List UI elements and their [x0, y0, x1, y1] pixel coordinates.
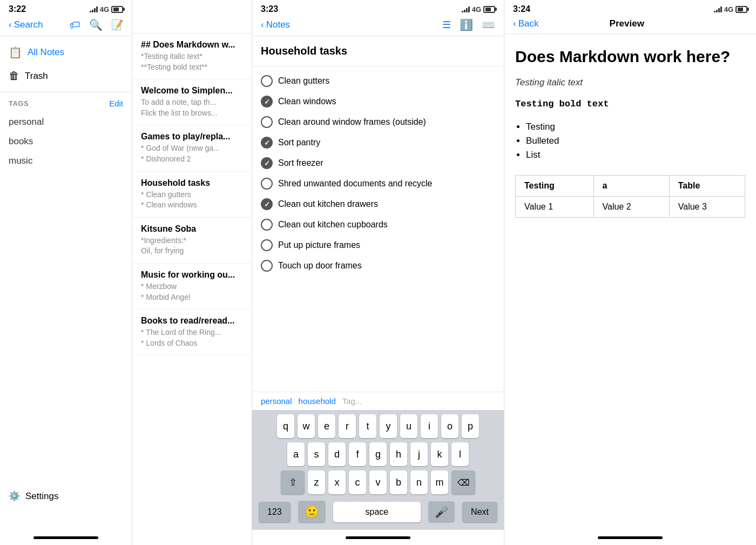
key-123[interactable]: 123 — [259, 502, 291, 522]
key-n[interactable]: n — [410, 470, 428, 494]
checkbox-9[interactable] — [261, 260, 273, 272]
key-u[interactable]: u — [400, 414, 417, 438]
key-v[interactable]: v — [369, 470, 387, 494]
back-chevron-1: ‹ — [9, 19, 12, 30]
table-header-2: a — [593, 176, 669, 197]
key-j[interactable]: j — [410, 442, 428, 466]
info-icon[interactable]: ℹ️ — [460, 18, 473, 31]
checklist-text-1: Clean windows — [278, 97, 336, 106]
key-r[interactable]: r — [339, 414, 356, 438]
checklist-item-5[interactable]: Shred unwanted documents and recycle — [261, 173, 495, 194]
checklist-item-9[interactable]: Touch up door frames — [261, 255, 495, 276]
checkbox-8[interactable] — [261, 239, 273, 251]
checklist-item-2[interactable]: Clean around window frames (outside) — [261, 112, 495, 132]
checklist-item-4[interactable]: Sort freezer — [261, 153, 495, 173]
key-k[interactable]: k — [431, 442, 448, 466]
key-t[interactable]: t — [359, 414, 376, 438]
keyboard-icon[interactable]: ⌨️ — [482, 18, 495, 31]
sidebar-item-all-notes[interactable]: 📋 All Notes — [0, 41, 132, 64]
tag-music[interactable]: music — [9, 151, 123, 171]
key-m[interactable]: m — [431, 470, 448, 494]
checkbox-0[interactable] — [261, 75, 273, 87]
key-g[interactable]: g — [369, 442, 387, 466]
tag-household-chip[interactable]: household — [299, 396, 336, 406]
key-next[interactable]: Next — [462, 502, 497, 522]
key-emoji[interactable]: 🙂 — [298, 501, 326, 523]
back-label-3: Back — [518, 18, 539, 29]
note-title-music: Music for working ou... — [141, 270, 243, 280]
note-item-markdown[interactable]: ## Does Markdown w... *Testing italic te… — [132, 33, 252, 79]
checklist-text-8: Put up picture frames — [278, 240, 360, 250]
checklist-item-6[interactable]: Clean out kitchen drawers — [261, 194, 495, 214]
key-f[interactable]: f — [349, 442, 366, 466]
checkbox-6[interactable] — [261, 198, 273, 210]
checklist-text-6: Clean out kitchen drawers — [278, 199, 378, 209]
bookmark-icon[interactable]: 🏷 — [70, 19, 80, 31]
key-z[interactable]: z — [308, 470, 325, 494]
checkbox-5[interactable] — [261, 178, 273, 190]
checkbox-2[interactable] — [261, 116, 273, 128]
tag-placeholder[interactable]: Tag... — [342, 396, 362, 406]
key-w[interactable]: w — [298, 414, 315, 438]
checkbox-7[interactable] — [261, 219, 273, 231]
trash-icon: 🗑 — [9, 70, 19, 82]
key-space[interactable]: space — [333, 502, 421, 522]
checkbox-4[interactable] — [261, 157, 273, 169]
checklist-item-8[interactable]: Put up picture frames — [261, 235, 495, 255]
key-a[interactable]: a — [287, 442, 305, 466]
note-preview-books: * The Lord of the Ring...* Lords of Chao… — [141, 327, 243, 348]
note-preview-markdown: *Testing italic text***Testing bold text… — [141, 51, 243, 72]
checkbox-3[interactable] — [261, 137, 273, 149]
note-preview-kitsune: *Ingredients:*Oil, for frying — [141, 236, 243, 257]
back-button-1[interactable]: ‹ Search — [9, 19, 43, 30]
key-b[interactable]: b — [390, 470, 407, 494]
key-s[interactable]: s — [308, 442, 325, 466]
status-icons-1: 4G — [90, 5, 123, 14]
note-item-music[interactable]: Music for working ou... * Merzbow* Morbi… — [132, 264, 252, 309]
checklist-item-0[interactable]: Clean gutters — [261, 71, 495, 91]
note-item-kitsune[interactable]: Kitsune Soba *Ingredients:*Oil, for fryi… — [132, 218, 252, 264]
time-3: 3:24 — [513, 4, 530, 14]
key-i[interactable]: i — [421, 414, 438, 438]
key-mic[interactable]: 🎤 — [428, 501, 455, 523]
note-item-games[interactable]: Games to play/repla... * God of War (new… — [132, 125, 252, 171]
status-icons-3: 4G — [714, 5, 747, 14]
key-o[interactable]: o — [441, 414, 458, 438]
note-title-welcome: Welcome to Simplen... — [141, 86, 243, 96]
key-p[interactable]: p — [462, 414, 479, 438]
checklist-item-7[interactable]: Clean out kitchen cupboards — [261, 214, 495, 235]
checklist-icon[interactable]: ☰ — [442, 19, 451, 31]
sidebar-item-trash[interactable]: 🗑 Trash — [0, 64, 132, 88]
trash-label: Trash — [25, 71, 48, 82]
key-y[interactable]: y — [380, 414, 397, 438]
key-q[interactable]: q — [277, 414, 294, 438]
key-x[interactable]: x — [328, 470, 346, 494]
note-content-title: Household tasks — [252, 36, 504, 66]
key-delete[interactable]: ⌫ — [451, 470, 475, 494]
key-shift[interactable]: ⇧ — [281, 470, 305, 494]
tag-personal[interactable]: personal — [9, 112, 123, 132]
keyboard-bottom-row: 123 🙂 space 🎤 Next — [254, 499, 502, 528]
note-item-household[interactable]: Household tasks * Clean gutters* Clean w… — [132, 172, 252, 218]
settings-item[interactable]: ⚙️ Settings — [0, 484, 67, 508]
checkbox-1[interactable] — [261, 96, 273, 107]
key-d[interactable]: d — [328, 442, 346, 466]
checklist-text-5: Shred unwanted documents and recycle — [278, 179, 433, 189]
checklist-item-1[interactable]: Clean windows — [261, 91, 495, 112]
time-1: 3:22 — [9, 4, 26, 14]
checklist-item-3[interactable]: Sort pantry — [261, 132, 495, 153]
search-icon-1[interactable]: 🔍 — [89, 18, 103, 31]
key-h[interactable]: h — [390, 442, 407, 466]
note-item-welcome[interactable]: Welcome to Simplen... To add a note, tap… — [132, 79, 252, 125]
key-e[interactable]: e — [318, 414, 335, 438]
back-button-3[interactable]: ‹ Back — [513, 18, 538, 29]
note-item-books[interactable]: Books to read/reread... * The Lord of th… — [132, 309, 252, 355]
key-l[interactable]: l — [451, 442, 469, 466]
key-c[interactable]: c — [349, 470, 366, 494]
tags-edit-button[interactable]: Edit — [109, 99, 123, 108]
compose-icon[interactable]: 📝 — [111, 19, 123, 31]
note-preview-music: * Merzbow* Morbid Angel — [141, 281, 243, 302]
tag-books[interactable]: books — [9, 132, 123, 151]
tag-personal-chip[interactable]: personal — [261, 396, 292, 406]
back-button-2[interactable]: ‹ Notes — [261, 19, 290, 30]
